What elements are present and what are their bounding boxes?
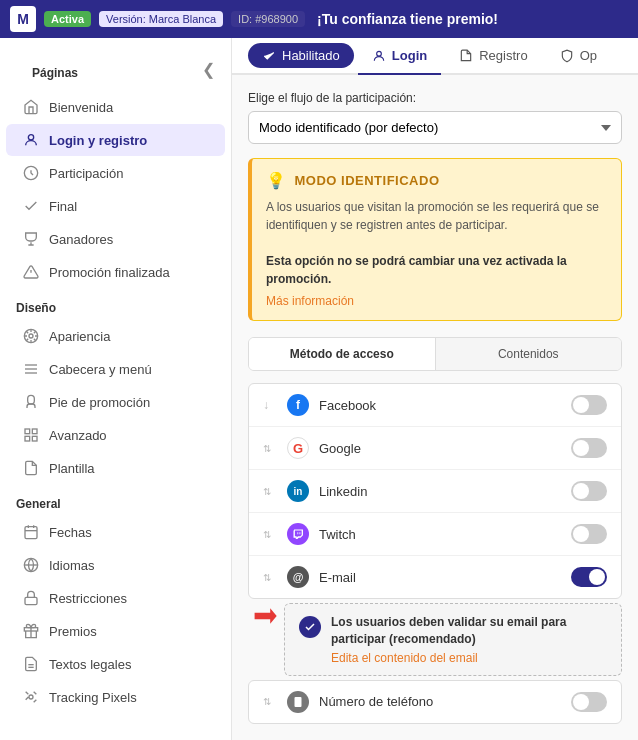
access-name: Número de teléfono xyxy=(319,694,561,709)
trophy-icon xyxy=(22,230,40,248)
sidebar-item-pie[interactable]: Pie de promoción xyxy=(6,386,225,418)
tab-contenidos[interactable]: Contenidos xyxy=(436,338,622,370)
sidebar-item-premios[interactable]: Premios xyxy=(6,615,225,647)
palette-icon xyxy=(22,327,40,345)
phone-icon xyxy=(287,691,309,713)
svg-point-24 xyxy=(376,51,381,56)
tab-op[interactable]: Op xyxy=(546,38,611,75)
sidebar-item-cabecera[interactable]: Cabecera y menú xyxy=(6,353,225,385)
check-icon xyxy=(22,197,40,215)
sidebar-label: Tracking Pixels xyxy=(49,690,137,705)
sidebar-item-fechas[interactable]: Fechas xyxy=(6,516,225,548)
email-validation-check xyxy=(299,616,321,638)
flow-label: Elige el flujo de la participación: xyxy=(248,91,622,105)
access-item-google: ⇅ G Google xyxy=(249,427,621,470)
sidebar-label: Restricciones xyxy=(49,591,127,606)
linkedin-icon: in xyxy=(287,480,309,502)
sidebar-item-final[interactable]: Final xyxy=(6,190,225,222)
sidebar-item-plantilla[interactable]: Plantilla xyxy=(6,452,225,484)
tab-registro[interactable]: Registro xyxy=(445,38,541,75)
tab-login[interactable]: Login xyxy=(358,38,441,75)
email-validation-box: Los usuarios deben validar su email para… xyxy=(284,603,622,676)
access-item-email: ⇅ @ E-mail xyxy=(249,556,621,598)
main-content: Habilitado Login Registro Op Elige el fl… xyxy=(232,38,638,740)
sidebar-label: Idiomas xyxy=(49,558,95,573)
sidebar-item-ganadores[interactable]: Ganadores xyxy=(6,223,225,255)
collapse-button[interactable]: ❮ xyxy=(202,60,215,79)
sidebar-label: Promoción finalizada xyxy=(49,265,170,280)
flow-select[interactable]: Modo identificado (por defecto) xyxy=(248,111,622,144)
gift-icon xyxy=(22,622,40,640)
info-box-link[interactable]: Más información xyxy=(266,294,607,308)
sidebar-label: Fechas xyxy=(49,525,92,540)
access-name: Google xyxy=(319,441,561,456)
drag-handle[interactable]: ⇅ xyxy=(263,696,277,707)
sidebar-item-participacion[interactable]: Participación xyxy=(6,157,225,189)
svg-rect-19 xyxy=(25,597,37,604)
sidebar-item-avanzado[interactable]: Avanzado xyxy=(6,419,225,451)
email-icon: @ xyxy=(287,566,309,588)
sidebar-label: Bienvenida xyxy=(49,100,113,115)
sidebar-item-bienvenida[interactable]: Bienvenida xyxy=(6,91,225,123)
sidebar-item-apariencia[interactable]: Apariencia xyxy=(6,320,225,352)
participation-icon xyxy=(22,164,40,182)
twitch-toggle[interactable] xyxy=(571,524,607,544)
calendar-icon xyxy=(22,523,40,541)
drag-handle[interactable]: ⇅ xyxy=(263,486,277,497)
sidebar-item-tracking-pixels[interactable]: Tracking Pixels xyxy=(6,681,225,713)
sidebar-collapse: Páginas ❮ xyxy=(0,48,231,90)
user-icon xyxy=(22,131,40,149)
tab-metodo-acceso[interactable]: Método de acceso xyxy=(249,338,436,370)
svg-point-5 xyxy=(29,334,33,338)
grid-icon xyxy=(22,426,40,444)
sidebar-item-promo-finalizada[interactable]: Promoción finalizada xyxy=(6,256,225,288)
tab-habilitado[interactable]: Habilitado xyxy=(248,43,354,68)
drag-handle[interactable]: ⇅ xyxy=(263,572,277,583)
svg-rect-11 xyxy=(25,436,30,441)
drag-handle[interactable]: ⇅ xyxy=(263,529,277,540)
sidebar-item-login-registro[interactable]: Login y registro xyxy=(6,124,225,156)
sidebar-label: Login y registro xyxy=(49,133,147,148)
tab-label: Op xyxy=(580,48,597,63)
tab-label: Login xyxy=(392,48,427,63)
home-icon xyxy=(22,98,40,116)
sidebar-item-textos-legales[interactable]: Textos legales xyxy=(6,648,225,680)
access-list: ↓ f Facebook ⇅ G Google ⇅ in Linkedin xyxy=(248,383,622,599)
email-validation-link[interactable]: Edita el contenido del email xyxy=(331,651,607,665)
lightbulb-icon: 💡 xyxy=(266,171,287,190)
phone-toggle[interactable] xyxy=(571,692,607,712)
badge-activa: Activa xyxy=(44,11,91,27)
logo: M xyxy=(10,6,36,32)
sidebar-label: Apariencia xyxy=(49,329,110,344)
sidebar-label: Textos legales xyxy=(49,657,131,672)
info-box-text: A los usuarios que visitan la promoción … xyxy=(266,198,607,288)
tab-label: Habilitado xyxy=(282,48,340,63)
sidebar-label: Final xyxy=(49,199,77,214)
tracking-icon xyxy=(22,688,40,706)
email-validation-content: Los usuarios deben validar su email para… xyxy=(331,614,607,665)
section-title-general: General xyxy=(0,485,231,515)
sidebar-item-restricciones[interactable]: Restricciones xyxy=(6,582,225,614)
facebook-toggle[interactable] xyxy=(571,395,607,415)
info-box: 💡 MODO IDENTIFICADO A los usuarios que v… xyxy=(248,158,622,321)
sidebar-label: Avanzado xyxy=(49,428,107,443)
file-icon xyxy=(22,459,40,477)
access-item-linkedin: ⇅ in Linkedin xyxy=(249,470,621,513)
drag-handle[interactable]: ⇅ xyxy=(263,443,277,454)
access-item-phone: ⇅ Número de teléfono xyxy=(249,681,621,723)
section-title-paginas: Páginas xyxy=(16,54,94,84)
linkedin-toggle[interactable] xyxy=(571,481,607,501)
tab-label: Registro xyxy=(479,48,527,63)
language-icon xyxy=(22,556,40,574)
google-toggle[interactable] xyxy=(571,438,607,458)
sidebar-label: Ganadores xyxy=(49,232,113,247)
sidebar-item-idiomas[interactable]: Idiomas xyxy=(6,549,225,581)
topbar-title: ¡Tu confianza tiene premio! xyxy=(317,11,498,27)
twitch-icon xyxy=(287,523,309,545)
email-toggle[interactable] xyxy=(571,567,607,587)
access-name: Facebook xyxy=(319,398,561,413)
drag-handle[interactable]: ↓ xyxy=(263,398,277,412)
sidebar: Páginas ❮ Bienvenida Login y registro Pa… xyxy=(0,38,232,740)
svg-rect-9 xyxy=(25,429,30,434)
sidebar-label: Cabecera y menú xyxy=(49,362,152,377)
